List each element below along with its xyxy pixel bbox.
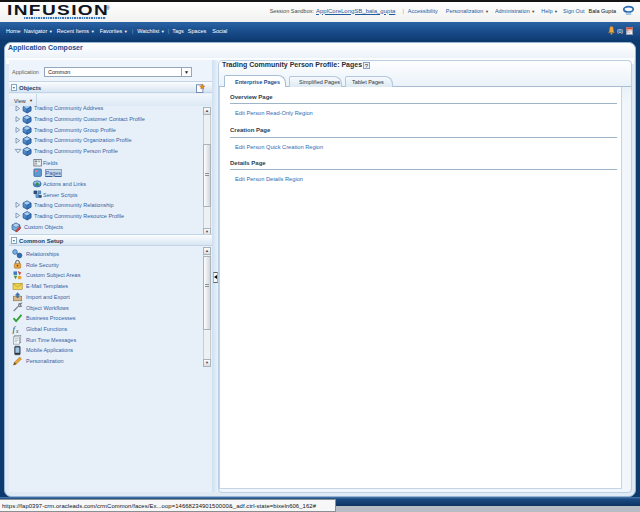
svg-text:x: x: [15, 328, 19, 334]
